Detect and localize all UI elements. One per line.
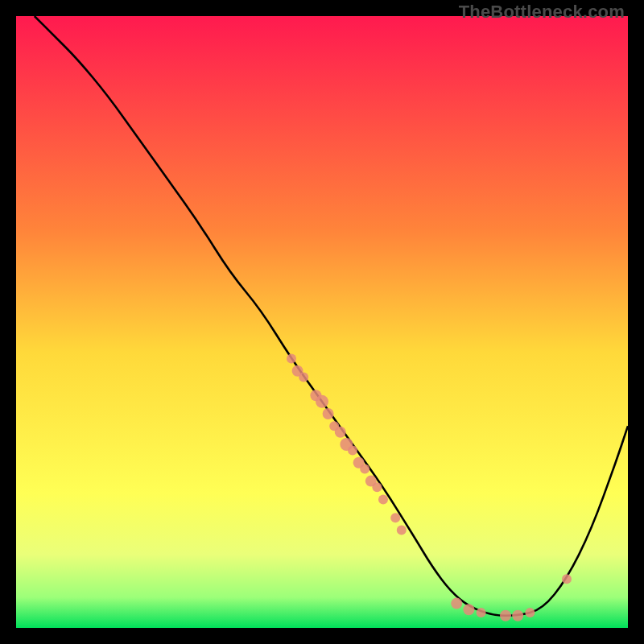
- data-point: [287, 354, 296, 364]
- data-point: [512, 610, 523, 621]
- data-point: [378, 494, 388, 504]
- watermark-text: TheBottleneck.com: [459, 2, 625, 23]
- data-point: [323, 408, 334, 419]
- data-point: [360, 464, 369, 473]
- data-point: [562, 574, 572, 584]
- data-point: [463, 604, 474, 615]
- data-point: [299, 372, 308, 382]
- data-point: [316, 395, 328, 408]
- chart-svg: [16, 16, 628, 628]
- data-point: [451, 598, 462, 609]
- gradient-background: [16, 16, 628, 628]
- data-point: [348, 446, 357, 456]
- data-point: [397, 525, 407, 535]
- data-point: [390, 513, 400, 522]
- data-point: [500, 610, 511, 621]
- chart-frame: [16, 16, 628, 628]
- data-point: [525, 608, 535, 617]
- data-point: [335, 427, 346, 438]
- data-point: [372, 482, 382, 492]
- data-point: [477, 608, 486, 617]
